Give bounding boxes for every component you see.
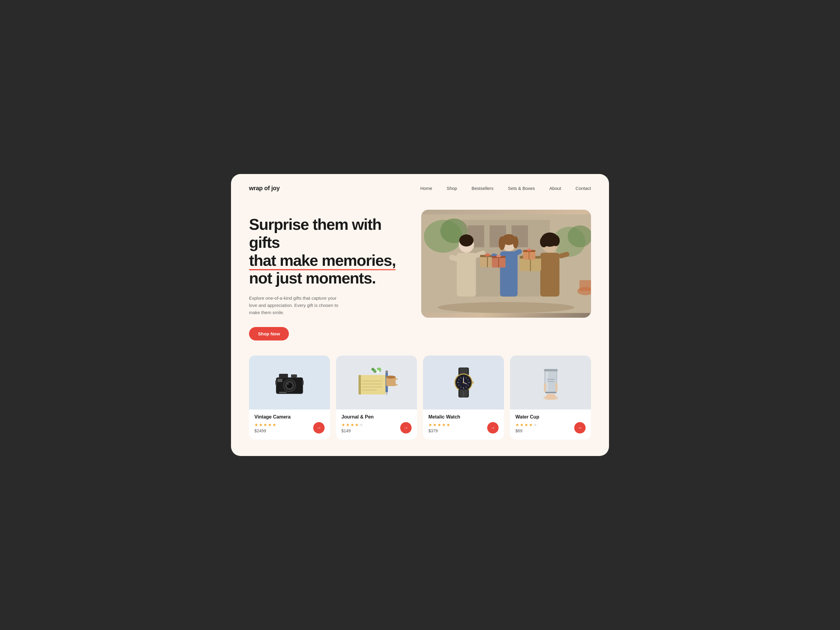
product-arrow-button-vintage-camera[interactable]: → — [313, 422, 325, 434]
star-4: ★ — [529, 422, 533, 427]
svg-point-78 — [376, 369, 377, 371]
hero-content: Surprise them with gifts that make memor… — [249, 210, 403, 341]
svg-rect-46 — [579, 280, 591, 291]
product-stars-metalic-watch: ★★★★★ — [428, 422, 450, 427]
svg-point-28 — [496, 255, 501, 257]
star-2: ★ — [346, 422, 350, 427]
star-5: ★ — [447, 422, 450, 427]
svg-point-55 — [287, 383, 289, 385]
svg-point-73 — [386, 376, 396, 379]
svg-point-17 — [485, 253, 490, 256]
svg-rect-115 — [544, 384, 546, 392]
product-bottom-vintage-camera: ★★★★★$2499→ — [254, 422, 325, 434]
svg-rect-62 — [360, 375, 385, 395]
star-5: ★ — [272, 422, 276, 427]
product-stars-price-journal-pen: ★★★★★$149 — [341, 422, 363, 433]
svg-rect-114 — [546, 394, 556, 399]
product-bottom-journal-pen: ★★★★★$149→ — [341, 422, 412, 434]
hero-photo — [421, 210, 591, 318]
star-3: ★ — [351, 422, 354, 427]
svg-rect-88 — [468, 382, 470, 383]
svg-point-44 — [438, 302, 575, 313]
svg-point-31 — [540, 237, 548, 247]
svg-point-43 — [527, 249, 531, 251]
star-5: ★ — [359, 422, 363, 427]
product-image-metalic-watch — [423, 355, 504, 409]
product-info-metalic-watch: Metalic Watch★★★★★$379→ — [423, 414, 504, 434]
svg-point-76 — [371, 368, 374, 371]
hero-headline: Surprise them with gifts that make memor… — [249, 216, 403, 287]
svg-point-104 — [463, 393, 464, 395]
products-section: Vintage Camera★★★★★$2499→ — [231, 355, 609, 455]
product-name-vintage-camera: Vintage Camera — [254, 414, 325, 420]
product-stars-journal-pen: ★★★★★ — [341, 422, 363, 427]
star-2: ★ — [520, 422, 524, 427]
headline-line3: not just moments. — [249, 269, 376, 287]
star-4: ★ — [268, 422, 272, 427]
product-price-water-cup: $69 — [515, 428, 537, 433]
product-info-vintage-camera: Vintage Camera★★★★★$2499→ — [249, 414, 330, 434]
product-arrow-button-journal-pen[interactable]: → — [400, 422, 412, 434]
product-stars-price-vintage-camera: ★★★★★$2499 — [254, 422, 276, 433]
svg-rect-111 — [547, 379, 555, 380]
product-stars-price-metalic-watch: ★★★★★$379 — [428, 422, 450, 433]
svg-point-99 — [463, 382, 464, 384]
svg-rect-60 — [302, 381, 303, 385]
hero-description: Explore one-of-a-kind gifts that capture… — [249, 295, 345, 316]
page-container: wrap of joy HomeShopBestsellersSets & Bo… — [231, 174, 609, 456]
svg-rect-112 — [548, 381, 554, 382]
hero-image — [421, 210, 591, 318]
svg-point-105 — [463, 396, 464, 397]
headline-line1: Surprise them with gifts — [249, 216, 381, 251]
star-1: ★ — [341, 422, 345, 427]
svg-rect-59 — [275, 381, 277, 385]
star-1: ★ — [428, 422, 432, 427]
products-grid: Vintage Camera★★★★★$2499→ — [249, 355, 591, 439]
svg-rect-11 — [457, 253, 476, 297]
svg-point-21 — [513, 237, 518, 248]
svg-rect-70 — [385, 371, 388, 373]
star-3: ★ — [264, 422, 267, 427]
svg-rect-85 — [463, 376, 464, 378]
star-3: ★ — [524, 422, 528, 427]
product-info-journal-pen: Journal & Pen★★★★★$149→ — [336, 414, 417, 434]
product-price-journal-pen: $149 — [341, 428, 363, 433]
product-bottom-water-cup: ★★★★★$69→ — [515, 422, 586, 434]
product-card-metalic-watch: Metalic Watch★★★★★$379→ — [423, 355, 504, 439]
product-arrow-button-metalic-watch[interactable]: → — [487, 422, 499, 434]
nav-item-home[interactable]: Home — [420, 186, 432, 191]
svg-rect-100 — [472, 382, 474, 384]
nav-item-contact[interactable]: Contact — [575, 186, 591, 191]
product-bottom-metalic-watch: ★★★★★$379→ — [428, 422, 499, 434]
svg-rect-109 — [544, 369, 558, 371]
header: wrap of joy HomeShopBestsellersSets & Bo… — [231, 174, 609, 198]
main-nav: HomeShopBestsellersSets & BoxesAboutCont… — [420, 186, 591, 191]
svg-rect-33 — [540, 253, 559, 297]
svg-point-32 — [552, 235, 560, 246]
nav-item-about[interactable]: About — [549, 186, 561, 191]
product-stars-price-water-cup: ★★★★★$69 — [515, 422, 537, 433]
star-1: ★ — [515, 422, 519, 427]
star-2: ★ — [259, 422, 263, 427]
star-4: ★ — [442, 422, 446, 427]
star-2: ★ — [433, 422, 437, 427]
shop-now-button[interactable]: Shop Now — [249, 327, 289, 341]
product-arrow-button-water-cup[interactable]: → — [574, 422, 586, 434]
product-card-vintage-camera: Vintage Camera★★★★★$2499→ — [249, 355, 330, 439]
product-image-journal-pen — [336, 355, 417, 409]
nav-item-sets-boxes[interactable]: Sets & Boxes — [508, 186, 535, 191]
svg-rect-91 — [463, 387, 464, 389]
nav-item-shop[interactable]: Shop — [447, 186, 457, 191]
svg-rect-57 — [278, 379, 282, 382]
star-4: ★ — [355, 422, 359, 427]
nav-item-bestsellers[interactable]: Bestsellers — [472, 186, 494, 191]
star-5: ★ — [534, 422, 537, 427]
headline-line2: that make memories, — [249, 252, 396, 269]
product-price-vintage-camera: $2499 — [254, 428, 276, 433]
product-card-water-cup: Water Cup★★★★★$69→ — [510, 355, 591, 439]
svg-rect-94 — [457, 382, 459, 383]
product-image-vintage-camera — [249, 355, 330, 409]
svg-rect-110 — [545, 392, 556, 393]
svg-rect-58 — [279, 392, 286, 393]
svg-rect-49 — [279, 374, 288, 378]
